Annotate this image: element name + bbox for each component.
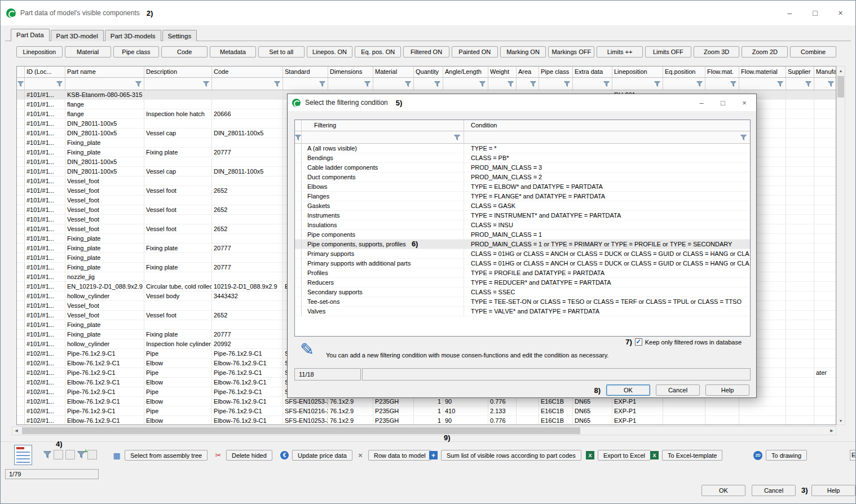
column-header-supplier[interactable]: Supplier — [786, 67, 814, 77]
toolbar-button-material[interactable]: Material — [65, 46, 111, 58]
filter-condition-row[interactable]: InsulationsCLASS = INSU — [295, 220, 750, 230]
filter-cell-flow-mat[interactable] — [705, 78, 739, 90]
filter-cell-id-loc[interactable] — [25, 78, 65, 90]
toolbar-button-metadata[interactable]: Metadata — [210, 46, 256, 58]
column-header-code[interactable]: Code — [212, 67, 283, 77]
filter-cell-quantity[interactable] — [414, 78, 443, 90]
toolbar-button-zoom-3d[interactable]: Zoom 3D — [694, 46, 740, 58]
dialog-help-button[interactable]: Help — [705, 384, 749, 396]
column-header-eq-position[interactable]: Eq.position — [663, 67, 705, 77]
table-row[interactable]: #102/#1...Elbow-76.1x2.9-C1ElbowElbow-76… — [17, 397, 836, 406]
toolbar-button-lineposition[interactable]: Lineposition — [16, 46, 63, 58]
toolbar-button-eq-pos-on[interactable]: Eq. pos. ON — [355, 46, 401, 58]
update-price-data-button[interactable]: Update price data — [292, 450, 352, 461]
toolbar-button-limits[interactable]: Limits ++ — [597, 46, 643, 58]
filter-condition-row[interactable]: Tee-set-onsTYPE = TEE-SET-ON or CLASS = … — [295, 297, 750, 307]
scroll-down-icon[interactable]: ▼ — [837, 417, 845, 425]
close-button[interactable]: × — [828, 5, 853, 21]
filter-cell-material[interactable] — [373, 78, 414, 90]
ok-button[interactable]: OK — [701, 485, 745, 496]
filter-condition-row[interactable]: Pipe components, supports, profiles6)PRO… — [295, 240, 750, 249]
filter-option-button-1[interactable] — [54, 450, 63, 459]
column-header-angle-length[interactable]: Angle/Length — [443, 67, 488, 77]
filter-cell[interactable] — [17, 78, 25, 90]
filter-condition-row[interactable]: Duct componentsPROD_MAIN_CLASS = 2 — [295, 173, 750, 182]
column-header-condition[interactable]: Condition — [464, 120, 750, 131]
table-row[interactable]: #102/#1...Pipe-76.1x2.9-C1PipePipe-76.1x… — [17, 406, 836, 416]
close-button[interactable]: × — [734, 95, 755, 110]
column-header-filtering[interactable]: Filtering — [302, 120, 464, 131]
minimize-button[interactable]: – — [777, 5, 802, 21]
dialog-cancel-button[interactable]: Cancel — [656, 384, 700, 396]
filter-cell-extra-data[interactable] — [573, 78, 612, 90]
filter-condition-row[interactable]: ReducersTYPE = REDUCER* and DATATYPE = P… — [295, 278, 750, 288]
tab-settings[interactable]: Settings — [162, 30, 197, 41]
toolbar-button-combine[interactable]: Combine — [790, 46, 836, 58]
vertical-scroll-thumb[interactable] — [837, 76, 844, 98]
filter-condition-row[interactable]: Cable ladder componentsPROD_MAIN_CLASS =… — [295, 163, 750, 173]
keep-filtered-checkbox[interactable]: ✓ — [635, 338, 642, 346]
toolbar-button-filtered-on[interactable]: Filtered ON — [403, 46, 449, 58]
help-button[interactable]: Help — [811, 485, 855, 496]
filter-option-button-3[interactable] — [87, 450, 97, 459]
column-header-pipe-class[interactable]: Pipe class — [539, 67, 573, 77]
column-header-part-name[interactable]: Part name — [65, 67, 144, 77]
maximize-button[interactable]: □ — [802, 5, 828, 21]
toolbar-button-zoom-2d[interactable]: Zoom 2D — [742, 46, 788, 58]
filter-icon[interactable] — [43, 451, 51, 458]
column-header-lineposition[interactable]: Lineposition — [612, 67, 663, 77]
tab-part-3d-models[interactable]: Part 3D-models — [105, 30, 161, 41]
toolbar-button-pipe-class[interactable]: Pipe class — [113, 46, 160, 58]
filter-cell-manufac[interactable] — [814, 78, 836, 90]
toolbar-button-limits-off[interactable]: Limits OFF — [645, 46, 691, 58]
filter-cell-dimensions[interactable] — [328, 78, 373, 90]
column-header-flow-mat[interactable]: Flow.mat. — [705, 67, 739, 77]
filter-condition-row[interactable]: Pipe componentsPROD_MAIN_CLASS = 1 — [295, 230, 750, 240]
filter-add-icon[interactable] — [77, 451, 85, 458]
toolbar-button-markings-off[interactable]: Markings OFF — [548, 46, 594, 58]
toolbar-button-painted-on[interactable]: Painted ON — [452, 46, 498, 58]
partial-button-e[interactable]: E — [850, 450, 856, 461]
part-list-icon[interactable] — [14, 445, 32, 465]
filter-condition-row[interactable]: Primary supportsCLASS = 01HG or CLASS = … — [295, 249, 750, 259]
filter-option-button-2[interactable] — [65, 450, 75, 459]
toolbar-button-marking-on[interactable]: Marking ON — [500, 46, 546, 58]
filter-cell-angle-length[interactable] — [443, 78, 488, 90]
filter-cell-lineposition[interactable] — [612, 78, 663, 90]
filter-cell-supplier[interactable] — [786, 78, 814, 90]
to-excel-template-button[interactable]: To Excel-template — [662, 450, 722, 461]
column-header-flow-material[interactable]: Flow.material — [739, 67, 786, 77]
vertical-scrollbar[interactable]: ▲ ▼ — [836, 66, 845, 425]
minimize-button[interactable]: – — [691, 95, 712, 110]
scroll-left-icon[interactable]: ◀ — [12, 427, 20, 435]
filter-cell[interactable] — [295, 131, 302, 143]
column-header-id-loc[interactable]: ID (Loc... — [25, 67, 65, 77]
filter-cell-filtering[interactable] — [302, 131, 464, 143]
select-from-assembly-tree-button[interactable]: Select from assembly tree — [125, 450, 208, 461]
filter-condition-row[interactable]: ElbowsTYPE = ELBOW* and DATATYPE = PARTD… — [295, 182, 750, 192]
delete-hided-button[interactable]: Delete hided — [226, 450, 272, 461]
toolbar-button-linepos-on[interactable]: Linepos. ON — [307, 46, 353, 58]
filter-condition-row[interactable]: A (all rows visible)TYPE = * — [295, 144, 750, 153]
column-header-area[interactable]: Area — [517, 67, 539, 77]
filter-condition-row[interactable]: ProfilesTYPE = PROFILE and DATATYPE = PA… — [295, 268, 750, 278]
filter-cell-eq-position[interactable] — [663, 78, 705, 90]
filter-condition-row[interactable]: Secondary supportsCLASS = SSEC — [295, 288, 750, 297]
filter-cell-code[interactable] — [212, 78, 283, 90]
scroll-up-icon[interactable]: ▲ — [837, 67, 845, 74]
filter-condition-row[interactable]: BendingsCLASS = PB* — [295, 153, 750, 163]
column-header-dimensions[interactable]: Dimensions — [328, 67, 373, 77]
filter-cell-description[interactable] — [144, 78, 212, 90]
column-header-material[interactable]: Material — [373, 67, 414, 77]
filter-cell-part-name[interactable] — [65, 78, 144, 90]
horizontal-scrollbar[interactable]: ◀ ▶ — [12, 426, 836, 435]
dialog-ok-button[interactable]: OK — [606, 384, 650, 396]
filter-condition-row[interactable]: Primary supports with additional partsCL… — [295, 259, 750, 268]
filter-cell-standard[interactable] — [283, 78, 328, 90]
tab-part-3d-model[interactable]: Part 3D-model — [51, 30, 104, 41]
filter-condition-row[interactable]: InstrumentsTYPE = INSTRUMENT* and DATATY… — [295, 211, 750, 220]
filter-cell-area[interactable] — [517, 78, 539, 90]
column-header-quantity[interactable]: Quantity — [414, 67, 443, 77]
column-header-extra-data[interactable]: Extra data — [573, 67, 612, 77]
row-data-to-model-button[interactable]: Row data to model — [368, 450, 431, 461]
